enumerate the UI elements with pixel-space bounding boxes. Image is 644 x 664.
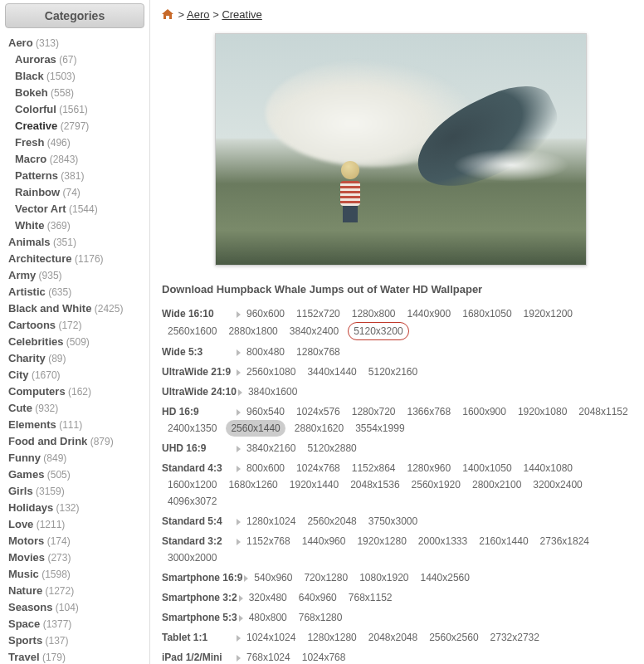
- resolution-link[interactable]: 1920x1080: [518, 403, 567, 420]
- resolution-link[interactable]: 1024x1024: [246, 629, 295, 646]
- resolution-link[interactable]: 640x960: [299, 589, 337, 606]
- resolution-link[interactable]: 2560x1440: [226, 420, 285, 437]
- resolution-link[interactable]: 3554x1999: [355, 420, 404, 437]
- category-link[interactable]: Motors: [8, 535, 44, 547]
- resolution-link[interactable]: 1600x1200: [168, 476, 217, 493]
- resolution-link[interactable]: 5120x2880: [307, 440, 356, 456]
- category-link[interactable]: Creative: [15, 120, 57, 132]
- category-link[interactable]: Bokeh: [15, 86, 48, 99]
- resolution-link[interactable]: 720x1280: [304, 569, 348, 586]
- resolution-link[interactable]: 1440x2560: [421, 569, 470, 586]
- resolution-link[interactable]: 1920x1280: [357, 533, 406, 549]
- category-link[interactable]: Movies: [8, 551, 45, 564]
- category-link[interactable]: Music: [8, 568, 39, 580]
- category-link[interactable]: Cartoons: [8, 319, 56, 331]
- category-link[interactable]: Games: [8, 468, 44, 481]
- breadcrumb-aero[interactable]: Aero: [187, 8, 209, 21]
- category-link[interactable]: City: [8, 369, 29, 381]
- resolution-link[interactable]: 960x600: [246, 305, 285, 322]
- resolution-link[interactable]: 1280x720: [352, 403, 396, 420]
- resolution-link[interactable]: 1280x800: [352, 305, 396, 322]
- resolution-link[interactable]: 768x1152: [349, 589, 393, 606]
- resolution-link[interactable]: 1024x768: [302, 649, 346, 664]
- category-link[interactable]: White: [15, 219, 44, 232]
- category-link[interactable]: Animals: [8, 236, 51, 248]
- category-link[interactable]: Charity: [8, 352, 46, 364]
- resolution-link[interactable]: 1152x768: [246, 533, 290, 549]
- resolution-link[interactable]: 3840x2160: [246, 440, 295, 456]
- breadcrumb-creative[interactable]: Creative: [222, 8, 261, 21]
- category-link[interactable]: Girls: [8, 485, 33, 497]
- resolution-link[interactable]: 2732x2732: [490, 629, 539, 646]
- category-link[interactable]: Auroras: [15, 53, 56, 66]
- resolution-link[interactable]: 2160x1440: [479, 533, 528, 549]
- resolution-link[interactable]: 1280x768: [296, 344, 340, 360]
- resolution-link[interactable]: 2048x1536: [350, 476, 399, 493]
- resolution-link[interactable]: 2800x2100: [472, 476, 521, 493]
- category-link[interactable]: Artistic: [8, 286, 46, 298]
- resolution-link[interactable]: 1600x900: [462, 403, 506, 420]
- resolution-link[interactable]: 800x480: [246, 344, 285, 360]
- resolution-link[interactable]: 2000x1333: [418, 533, 467, 549]
- category-link[interactable]: Rainbow: [15, 186, 60, 198]
- category-link[interactable]: Travel: [8, 651, 40, 663]
- resolution-link[interactable]: 4096x3072: [168, 493, 217, 510]
- resolution-link[interactable]: 1280x960: [407, 460, 451, 476]
- category-link[interactable]: Vector Art: [15, 203, 66, 215]
- resolution-link[interactable]: 2560x1920: [412, 476, 461, 493]
- resolution-link[interactable]: 2048x1152: [578, 403, 627, 420]
- resolution-link[interactable]: 1680x1050: [462, 305, 511, 322]
- category-link[interactable]: Fresh: [15, 136, 44, 149]
- resolution-link[interactable]: 1366x768: [407, 403, 451, 420]
- resolution-link[interactable]: 2400x1350: [168, 420, 217, 437]
- resolution-link[interactable]: 1024x768: [296, 460, 340, 476]
- resolution-link[interactable]: 768x1024: [246, 649, 290, 664]
- category-link[interactable]: Food and Drink: [8, 435, 87, 447]
- category-link[interactable]: Architecture: [8, 252, 72, 265]
- resolution-link[interactable]: 2560x2048: [307, 513, 356, 530]
- resolution-link[interactable]: 3000x2000: [168, 549, 217, 566]
- resolution-link[interactable]: 5120x2160: [368, 364, 417, 380]
- category-link[interactable]: Cute: [8, 402, 32, 414]
- resolution-link[interactable]: 540x960: [254, 569, 292, 586]
- category-link[interactable]: Sports: [8, 634, 42, 647]
- category-link[interactable]: Seasons: [8, 601, 52, 613]
- category-link[interactable]: Black and White: [8, 302, 91, 315]
- resolution-link[interactable]: 1080x1920: [359, 569, 408, 586]
- resolution-link[interactable]: 2880x1800: [228, 323, 277, 339]
- category-link[interactable]: Nature: [8, 584, 42, 597]
- category-link[interactable]: Black: [15, 70, 44, 82]
- category-link[interactable]: Celebrities: [8, 335, 63, 348]
- category-link[interactable]: Computers: [8, 385, 66, 398]
- resolution-link[interactable]: 1920x1440: [290, 476, 339, 493]
- resolution-link[interactable]: 1400x1050: [462, 460, 511, 476]
- category-link[interactable]: Holidays: [8, 501, 53, 514]
- resolution-link[interactable]: 3750x3000: [368, 513, 417, 530]
- resolution-link[interactable]: 2560x1600: [168, 323, 217, 339]
- resolution-link[interactable]: 960x540: [246, 403, 285, 420]
- resolution-link[interactable]: 480x800: [249, 609, 287, 626]
- category-link[interactable]: Love: [8, 518, 33, 530]
- category-link[interactable]: Army: [8, 269, 36, 281]
- resolution-link[interactable]: 2560x1080: [246, 364, 295, 380]
- resolution-link[interactable]: 1440x1080: [524, 460, 573, 476]
- resolution-link[interactable]: 1920x1200: [524, 305, 573, 322]
- category-link[interactable]: Aero: [8, 37, 33, 49]
- resolution-link[interactable]: 3840x2400: [290, 323, 339, 339]
- category-link[interactable]: Elements: [8, 418, 56, 431]
- resolution-link[interactable]: 2048x2048: [368, 629, 417, 646]
- resolution-link[interactable]: 1024x576: [296, 403, 340, 420]
- resolution-link[interactable]: 2880x1620: [295, 420, 344, 437]
- resolution-link[interactable]: 2736x1824: [540, 533, 589, 549]
- category-link[interactable]: Patterns: [15, 169, 58, 182]
- resolution-link[interactable]: 3200x2400: [533, 476, 582, 493]
- resolution-link[interactable]: 1152x864: [352, 460, 396, 476]
- resolution-link[interactable]: 768x1280: [299, 609, 343, 626]
- resolution-link[interactable]: 2560x2560: [429, 629, 478, 646]
- resolution-link[interactable]: 1280x1280: [307, 629, 356, 646]
- resolution-link[interactable]: 3840x1600: [248, 383, 297, 400]
- category-link[interactable]: Colorful: [15, 103, 56, 115]
- resolution-link[interactable]: 1280x1024: [246, 513, 295, 530]
- resolution-link[interactable]: 3440x1440: [307, 364, 356, 380]
- resolution-link[interactable]: 320x480: [249, 589, 287, 606]
